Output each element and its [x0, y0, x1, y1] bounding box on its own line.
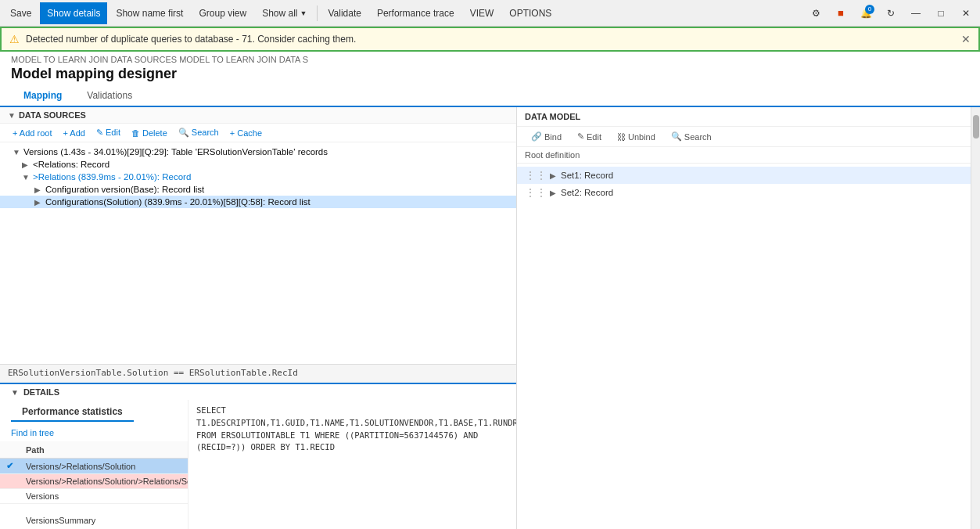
- sql-text: SELECTT1.DESCRIPTION,T1.GUID,T1.NAME,T1.…: [196, 405, 508, 454]
- tree-item-config-version[interactable]: ▶ Configuration version(Base): Record li…: [0, 183, 516, 196]
- tab-validations[interactable]: Validations: [74, 85, 145, 107]
- perf-stats-title: Performance statistics: [11, 403, 134, 422]
- tree-item-configurations[interactable]: ▶ Configurations(Solution) (839.9ms - 20…: [0, 196, 516, 208]
- details-header[interactable]: ▼ DETAILS: [0, 384, 516, 400]
- table-row[interactable]: Versions 1 0: [0, 489, 188, 504]
- edit-ds-button[interactable]: ✎ Edit: [92, 126, 125, 139]
- add-root-button[interactable]: + Add root: [8, 127, 56, 139]
- ds-toolbar: + Add root + Add ✎ Edit 🗑 Delete 🔍 Searc…: [0, 124, 516, 142]
- bind-button[interactable]: 🔗 Bind: [525, 130, 568, 143]
- warning-close-btn[interactable]: ✕: [961, 33, 971, 45]
- perf-stats-panel: Performance statistics Find in tree Path…: [0, 400, 188, 529]
- right-panel: DATA MODEL 🔗 Bind ✎ Edit ⛓ Unbind 🔍 Sear…: [517, 107, 971, 529]
- col-path: Path: [20, 441, 188, 459]
- tree-item-relations-lt[interactable]: ▶ <Relations: Record: [0, 158, 516, 171]
- table-row[interactable]: VersionsSummary 1 0 Record list 'Version…: [0, 504, 188, 530]
- stats-table: Path Queries Duplicated queries Descript…: [0, 441, 188, 529]
- warning-text: Detected number of duplicate queries to …: [26, 34, 356, 45]
- set1-arrow: ▶: [550, 171, 556, 180]
- scrollbar-thumb: [973, 115, 979, 139]
- relations-lt-label: <Relations: Record: [33, 160, 109, 169]
- validate-button[interactable]: Validate: [321, 2, 368, 24]
- office-icon-btn[interactable]: ■: [830, 2, 852, 24]
- set1-label: Set1: Record: [561, 171, 613, 180]
- table-row[interactable]: ✔ Versions/>Relations/Solution 58 44: [0, 459, 188, 474]
- versions-arrow: ▼: [13, 148, 20, 157]
- show-all-button[interactable]: Show all ▼: [255, 2, 314, 24]
- configurations-label: Configurations(Solution) (839.9ms - 20.0…: [45, 197, 311, 207]
- add-button[interactable]: + Add: [58, 127, 89, 139]
- close-window-btn[interactable]: ✕: [955, 2, 977, 24]
- tree-item-relations-gt[interactable]: ▼ >Relations (839.9ms - 20.01%): Record: [0, 171, 516, 183]
- dm-tree-item-set1[interactable]: ⋮⋮ ▶ Set1: Record: [517, 167, 971, 184]
- table-row[interactable]: Versions/>Relations/Solution/>Relations/…: [0, 474, 188, 489]
- toolbar-separator-1: [317, 5, 318, 21]
- show-details-button[interactable]: Show details: [40, 2, 107, 24]
- refresh-icon-btn[interactable]: ↻: [880, 2, 902, 24]
- delete-button[interactable]: 🗑 Delete: [127, 127, 172, 139]
- row-check: [0, 504, 20, 530]
- search-dm-button[interactable]: 🔍 Search: [665, 130, 718, 143]
- row-check: ✔: [0, 459, 20, 474]
- left-panel: ▼ DATA SOURCES + Add root + Add ✎ Edit 🗑…: [0, 107, 517, 529]
- warning-banner: ⚠ Detected number of duplicate queries t…: [0, 27, 980, 52]
- data-sources-header[interactable]: ▼ DATA SOURCES: [0, 107, 516, 124]
- maximize-icon-btn[interactable]: □: [930, 2, 952, 24]
- tree-item-versions[interactable]: ▼ Versions (1.43s - 34.01%)[29][Q:29]: T…: [0, 146, 516, 158]
- unbind-button[interactable]: ⛓ Unbind: [611, 131, 662, 143]
- minimize-icon: —: [911, 8, 921, 19]
- notification-badge: 0: [865, 5, 874, 14]
- ds-tree: ▼ Versions (1.43s - 34.01%)[29][Q:29]: T…: [0, 142, 516, 364]
- options-button[interactable]: OPTIONS: [502, 2, 558, 24]
- data-sources-label: DATA SOURCES: [19, 110, 86, 120]
- edit-icon: ✎: [577, 131, 584, 142]
- maximize-icon: □: [938, 8, 943, 19]
- relations-lt-arrow: ▶: [22, 160, 30, 169]
- configurations-arrow: ▶: [34, 198, 42, 207]
- warning-icon: ⚠: [9, 33, 20, 45]
- details-content: Performance statistics Find in tree Path…: [0, 400, 516, 529]
- details-section: ▼ DETAILS Performance statistics Find in…: [0, 383, 516, 529]
- settings-icon-btn[interactable]: ⚙: [805, 2, 827, 24]
- row-path: Versions/>Relations/Solution: [20, 459, 188, 474]
- dm-header: DATA MODEL: [517, 107, 971, 127]
- edit-dm-button[interactable]: ✎ Edit: [571, 130, 608, 143]
- set2-label: Set2: Record: [561, 188, 613, 197]
- dm-toolbar: 🔗 Bind ✎ Edit ⛓ Unbind 🔍 Search: [517, 127, 971, 147]
- dm-root-def: Root definition: [517, 147, 971, 164]
- row-path: Versions: [20, 489, 188, 504]
- row-path: VersionsSummary: [20, 504, 188, 530]
- close-window-icon: ✕: [962, 8, 970, 19]
- group-view-button[interactable]: Group view: [192, 2, 253, 24]
- show-name-first-button[interactable]: Show name first: [109, 2, 190, 24]
- data-sources-arrow: ▼: [8, 111, 16, 120]
- show-all-dropdown-icon: ▼: [300, 9, 307, 17]
- refresh-icon: ↻: [887, 8, 895, 19]
- tab-mapping[interactable]: Mapping: [11, 85, 74, 107]
- view-button[interactable]: VIEW: [463, 2, 501, 24]
- search-ds-button[interactable]: 🔍 Search: [174, 126, 224, 139]
- formula-bar: ERSolutionVersionTable.Solution == ERSol…: [0, 364, 516, 383]
- details-label: DETAILS: [23, 387, 59, 397]
- unbind-icon: ⛓: [617, 132, 626, 142]
- save-button[interactable]: Save: [3, 2, 38, 24]
- notification-icon-btn[interactable]: 🔔 0: [855, 2, 877, 24]
- dm-tree: ⋮⋮ ▶ Set1: Record ⋮⋮ ▶ Set2: Record: [517, 164, 971, 529]
- find-in-tree-link[interactable]: Find in tree: [0, 425, 188, 441]
- main-content: ▼ DATA SOURCES + Add root + Add ✎ Edit 🗑…: [0, 107, 980, 529]
- dm-drag-icon: ⋮⋮: [525, 186, 547, 199]
- minimize-icon-btn[interactable]: —: [905, 2, 927, 24]
- config-version-label: Configuration version(Base): Record list: [45, 185, 204, 194]
- cache-button[interactable]: + Cache: [225, 127, 267, 139]
- dm-drag-icon: ⋮⋮: [525, 169, 547, 182]
- bind-icon: 🔗: [531, 131, 542, 142]
- toolbar-right-icons: ⚙ ■ 🔔 0 ↻ — □ ✕: [805, 2, 977, 24]
- performance-trace-button[interactable]: Performance trace: [370, 2, 461, 24]
- settings-icon: ⚙: [812, 8, 820, 19]
- details-arrow: ▼: [11, 388, 19, 397]
- dm-tree-item-set2[interactable]: ⋮⋮ ▶ Set2: Record: [517, 184, 971, 201]
- relations-gt-arrow: ▼: [22, 173, 30, 182]
- tab-bar: Mapping Validations: [0, 85, 980, 107]
- set2-arrow: ▶: [550, 189, 556, 197]
- right-scrollbar[interactable]: [971, 107, 980, 529]
